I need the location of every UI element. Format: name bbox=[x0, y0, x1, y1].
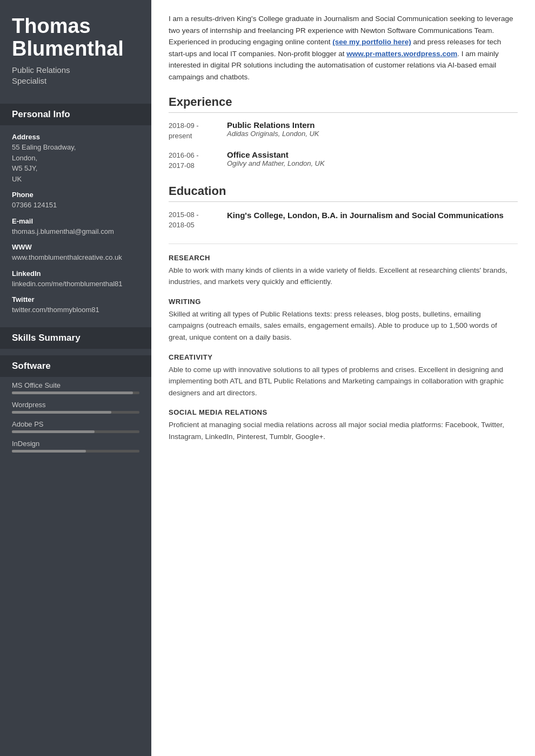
exp-title-1: Office Assistant bbox=[227, 150, 325, 159]
skill-research-title: RESEARCH bbox=[169, 254, 518, 262]
section-divider bbox=[169, 244, 518, 244]
skill-ms-office-bar-bg bbox=[12, 392, 139, 394]
exp-date-0: 2018-09 -present bbox=[169, 120, 217, 141]
skill-wordpress-bar-fill bbox=[12, 411, 111, 414]
experience-section: Experience 2018-09 -present Public Relat… bbox=[169, 95, 518, 171]
skills-summary-section-header: Skills Summary bbox=[0, 327, 151, 349]
skill-research-body: Able to work with many kinds of clients … bbox=[169, 265, 518, 288]
exp-org-0: Adidas Originals, London, UK bbox=[227, 130, 319, 138]
email-label: E-mail bbox=[12, 217, 139, 225]
software-skills-list: MS Office Suite Wordpress Adobe PS InDes… bbox=[0, 377, 151, 455]
skill-social-media-title: SOCIAL MEDIA RELATIONS bbox=[169, 408, 518, 416]
skill-adobe-ps: Adobe PS bbox=[0, 416, 151, 435]
skill-social-media-body: Proficient at managing social media rela… bbox=[169, 419, 518, 442]
portfolio-link[interactable]: (see my portfolio here) bbox=[332, 38, 411, 46]
address-value: 55 Ealing Broadway,London,W5 5JY,UK bbox=[12, 142, 139, 184]
skill-wordpress-name: Wordpress bbox=[12, 401, 139, 409]
skill-creativity: CREATIVITY Able to come up with innovati… bbox=[169, 353, 518, 399]
skill-adobe-ps-bar-fill bbox=[12, 430, 95, 433]
skill-writing: WRITING Skilled at writing all types of … bbox=[169, 298, 518, 343]
personal-info-title: Personal Info bbox=[12, 109, 70, 119]
skill-ms-office-name: MS Office Suite bbox=[12, 381, 139, 389]
sidebar: Thomas Blumenthal Public RelationsSpecia… bbox=[0, 0, 151, 756]
www-label: WWW bbox=[12, 243, 139, 251]
email-value: thomas.j.blumenthal@gmail.com bbox=[12, 226, 139, 237]
linkedin-value: linkedin.com/me/thomblumenthal81 bbox=[12, 279, 139, 289]
phone-value: 07366 124151 bbox=[12, 200, 139, 211]
address-label: Address bbox=[12, 133, 139, 141]
skill-indesign-bar-fill bbox=[12, 450, 86, 453]
exp-org-1: Ogilvy and Mather, London, UK bbox=[227, 159, 325, 167]
education-section-title: Education bbox=[169, 184, 518, 202]
exp-detail-0: Public Relations Intern Adidas Originals… bbox=[227, 120, 319, 141]
experience-section-title: Experience bbox=[169, 95, 518, 113]
skill-research: RESEARCH Able to work with many kinds of… bbox=[169, 254, 518, 288]
skill-ms-office: MS Office Suite bbox=[0, 377, 151, 396]
candidate-title: Public RelationsSpecialist bbox=[12, 65, 139, 87]
exp-detail-1: Office Assistant Ogilvy and Mather, Lond… bbox=[227, 150, 325, 171]
exp-title-0: Public Relations Intern bbox=[227, 120, 319, 130]
education-section: Education 2015-08 -2018-05 King's Colleg… bbox=[169, 184, 518, 231]
software-section-header: Software bbox=[0, 355, 151, 377]
skill-wordpress: Wordpress bbox=[0, 396, 151, 416]
edu-detail-0: King's College, London, B.A. in Journali… bbox=[227, 210, 504, 231]
skill-writing-title: WRITING bbox=[169, 298, 518, 306]
twitter-label: Twitter bbox=[12, 295, 139, 303]
skill-creativity-body: Able to come up with innovative solution… bbox=[169, 364, 518, 399]
software-title: Software bbox=[12, 361, 51, 371]
personal-info-section-header: Personal Info bbox=[0, 104, 151, 125]
skill-wordpress-bar-bg bbox=[12, 411, 139, 414]
blog-link[interactable]: www.pr-matters.wordpress.com bbox=[346, 50, 457, 58]
exp-date-1: 2016-06 -2017-08 bbox=[169, 150, 217, 171]
edu-date-0: 2015-08 -2018-05 bbox=[169, 210, 217, 231]
skill-indesign: InDesign bbox=[0, 435, 151, 455]
experience-item-0: 2018-09 -present Public Relations Intern… bbox=[169, 120, 518, 141]
bio-paragraph: I am a results-driven King's College gra… bbox=[169, 13, 518, 83]
skill-social-media: SOCIAL MEDIA RELATIONS Proficient at man… bbox=[169, 408, 518, 442]
skill-writing-body: Skilled at writing all types of Public R… bbox=[169, 308, 518, 343]
candidate-name: Thomas Blumenthal bbox=[12, 15, 139, 60]
skills-summary-title: Skills Summary bbox=[12, 333, 81, 343]
linkedin-label: LinkedIn bbox=[12, 269, 139, 278]
skill-indesign-name: InDesign bbox=[12, 440, 139, 448]
sidebar-header: Thomas Blumenthal Public RelationsSpecia… bbox=[0, 0, 151, 97]
skill-ms-office-bar-fill bbox=[12, 392, 133, 394]
skill-adobe-ps-bar-bg bbox=[12, 430, 139, 433]
www-value: www.thomblumenthalcreative.co.uk bbox=[12, 252, 139, 263]
phone-label: Phone bbox=[12, 191, 139, 199]
personal-info-content: Address 55 Ealing Broadway,London,W5 5JY… bbox=[0, 125, 151, 321]
edu-title-0: King's College, London, B.A. in Journali… bbox=[227, 210, 504, 221]
skill-creativity-title: CREATIVITY bbox=[169, 353, 518, 361]
skill-adobe-ps-name: Adobe PS bbox=[12, 420, 139, 428]
twitter-value: twitter.com/thommybloom81 bbox=[12, 305, 139, 315]
education-item-0: 2015-08 -2018-05 King's College, London,… bbox=[169, 210, 518, 231]
skill-indesign-bar-bg bbox=[12, 450, 139, 453]
experience-item-1: 2016-06 -2017-08 Office Assistant Ogilvy… bbox=[169, 150, 518, 171]
main-content: I am a results-driven King's College gra… bbox=[151, 0, 535, 756]
